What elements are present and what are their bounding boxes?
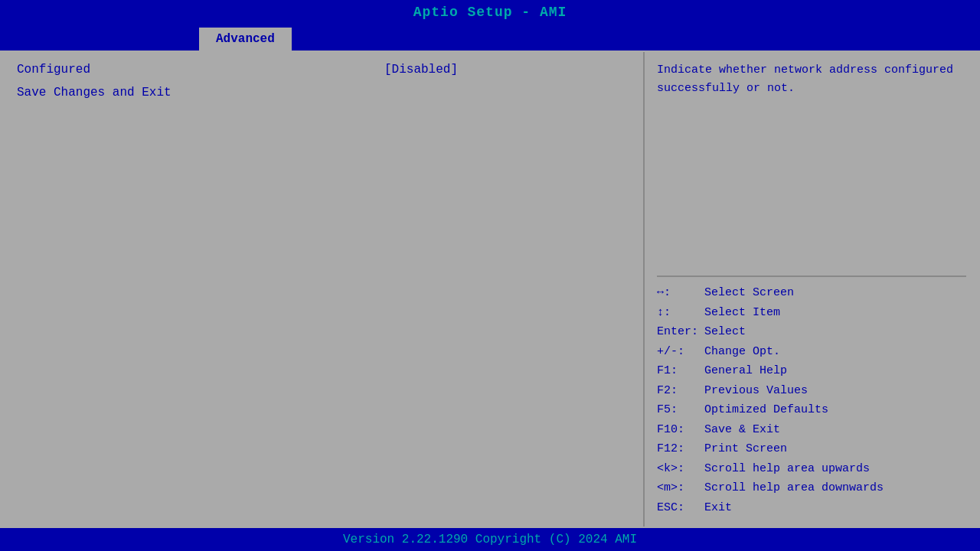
keybinding-line: ↔:Select Screen	[657, 283, 966, 303]
keybinding-line: <m>:Scroll help area downwards	[657, 478, 966, 498]
key-action: Select Item	[704, 303, 780, 323]
keybindings: ↔:Select Screen↕:Select ItemEnter:Select…	[657, 283, 966, 517]
keybinding-line: Enter:Select	[657, 322, 966, 342]
help-text: Indicate whether network address configu…	[657, 61, 966, 269]
key-action: Print Screen	[704, 439, 787, 459]
keybinding-line: F10:Save & Exit	[657, 420, 966, 440]
key-label: F5:	[657, 400, 700, 420]
main-content: Configured [Disabled] Save Changes and E…	[0, 51, 980, 528]
key-label: ↔:	[657, 283, 700, 303]
divider	[657, 276, 966, 277]
keybinding-line: <k>:Scroll help area upwards	[657, 459, 966, 479]
right-panel: Indicate whether network address configu…	[645, 52, 978, 527]
key-label: ↕:	[657, 303, 700, 323]
keybinding-line: F12:Print Screen	[657, 439, 966, 459]
key-action: Scroll help area upwards	[704, 459, 870, 479]
configured-label: Configured	[17, 63, 384, 77]
menu-item-configured[interactable]: Configured [Disabled]	[14, 61, 631, 78]
key-action: Exit	[704, 498, 732, 518]
key-label: F10:	[657, 420, 700, 440]
keybinding-line: F5:Optimized Defaults	[657, 400, 966, 420]
key-action: Scroll help area downwards	[704, 478, 884, 498]
key-label: F2:	[657, 381, 700, 401]
key-label: Enter:	[657, 322, 700, 342]
key-action: Change Opt.	[704, 342, 780, 362]
save-exit-label: Save Changes and Exit	[17, 86, 384, 99]
menu-item-save-exit[interactable]: Save Changes and Exit	[14, 84, 631, 101]
key-label: F1:	[657, 361, 700, 381]
key-label: +/-:	[657, 342, 700, 362]
keybinding-line: F2:Previous Values	[657, 381, 966, 401]
keybinding-line: ↕:Select Item	[657, 303, 966, 323]
key-action: Select Screen	[704, 283, 794, 303]
app-title: Aptio Setup - AMI	[413, 5, 567, 20]
keybinding-line: F1:General Help	[657, 361, 966, 381]
key-action: General Help	[704, 361, 787, 381]
key-label: ESC:	[657, 498, 700, 518]
tab-advanced[interactable]: Advanced	[199, 28, 292, 51]
configured-value: [Disabled]	[384, 63, 458, 77]
key-label: <m>:	[657, 478, 700, 498]
key-action: Previous Values	[704, 381, 808, 401]
key-action: Save & Exit	[704, 420, 780, 440]
footer-text: Version 2.22.1290 Copyright (C) 2024 AMI	[343, 533, 637, 546]
key-label: <k>:	[657, 459, 700, 479]
key-action: Optimized Defaults	[704, 400, 828, 420]
key-action: Select	[704, 322, 746, 342]
keybinding-line: +/-:Change Opt.	[657, 342, 966, 362]
keybinding-line: ESC:Exit	[657, 498, 966, 518]
left-panel: Configured [Disabled] Save Changes and E…	[2, 52, 645, 527]
title-bar: Aptio Setup - AMI	[0, 0, 980, 24]
footer: Version 2.22.1290 Copyright (C) 2024 AMI	[0, 528, 980, 551]
key-label: F12:	[657, 439, 700, 459]
tab-row: Advanced	[0, 24, 980, 51]
